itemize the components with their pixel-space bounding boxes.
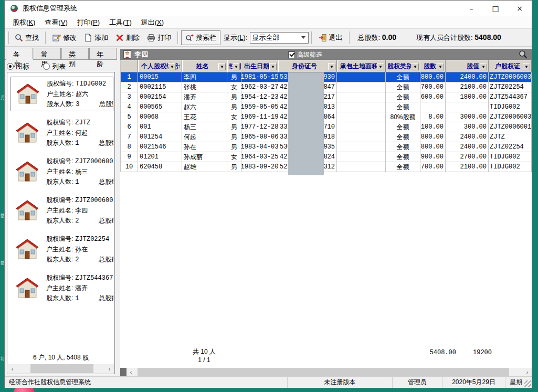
sidebar-tab[interactable]: 常用 <box>34 48 61 59</box>
filter-icon[interactable]: ▼ <box>328 63 335 70</box>
column-header-land-area[interactable]: 承包土地面积▼ <box>337 60 386 72</box>
household-list-item[interactable]: 股权编号:ZJTZ0006001 户主姓名:杨三 股东人数:1总股数 <box>10 154 113 189</box>
total-shares-stat: 总股数: 0.00 <box>358 33 397 43</box>
household-info: 股权编号:ZJTZ02254 户主姓名:孙在 股东人数:2总股数 <box>46 234 113 265</box>
table-row[interactable]: 1 00015 李四 男 1981-05-15 532221930 全额 800… <box>120 72 532 82</box>
filter-icon[interactable]: ▼ <box>168 63 176 70</box>
filter-icon[interactable]: ▼ <box>412 63 419 70</box>
table-row[interactable]: 8 0021546 孙在 男 1983-04-03 530321935 全额 8… <box>120 142 532 152</box>
column-header-code[interactable]: 个人股权编号 ▼ ↑ <box>138 60 182 72</box>
menu-item[interactable]: 打印(P) <box>72 16 104 29</box>
close-button[interactable]: × <box>508 1 532 16</box>
filter-icon[interactable]: ▼ <box>523 63 530 70</box>
maximize-button[interactable]: □ <box>483 1 508 16</box>
column-header-name[interactable]: 姓名▼ <box>182 60 227 72</box>
house-icon <box>15 160 40 183</box>
sidebar-tab[interactable]: 类别 <box>61 48 89 59</box>
display-select-value: 显示全部 <box>250 33 299 43</box>
desktop-background: 月 数 数 社 股权信息管理系统 – □ × 股权(K) 查看(V) <box>0 0 538 392</box>
scroll-right-icon[interactable]: › <box>523 368 532 377</box>
other-total: 19200 <box>473 349 510 356</box>
scroll-left-icon[interactable]: ‹ <box>8 364 17 373</box>
view-icon-radio[interactable]: 图标 <box>7 62 29 71</box>
menu-bar: 股权(K) 查看(V) 打印(P) 工具(T) 退出(X) <box>5 16 532 28</box>
sidebar: 各户 常用 类别 年龄 图标 列表 <box>5 47 117 377</box>
minimize-button[interactable]: – <box>459 1 483 16</box>
menu-item[interactable]: 退出(X) <box>136 16 168 29</box>
add-button[interactable]: 添加 <box>80 31 112 45</box>
toolbar-separator <box>349 31 350 44</box>
magnifier-icon[interactable] <box>519 50 528 59</box>
column-header-id-number[interactable]: 身份证号▼ <box>278 60 337 72</box>
view-mode-bar: 图标 列表 <box>7 61 66 72</box>
sidebar-tabs: 各户 常用 类别 年龄 <box>5 48 117 60</box>
table-row[interactable]: 5 00068 王花 女 1969-11-19 421122864 80%股额 … <box>120 112 532 122</box>
table-row[interactable]: 2 0002115 张桃 女 1962-03-27 421122847 全额 7… <box>120 82 532 92</box>
filter-icon[interactable]: ▼ <box>233 63 240 70</box>
toolbar-separator <box>177 31 178 44</box>
filter-icon[interactable]: ▼ <box>377 63 384 70</box>
delete-button[interactable]: 删除 <box>112 31 143 45</box>
searchbar-toggle-button[interactable]: 搜索栏 <box>181 30 220 45</box>
toolbar-separator <box>311 31 312 44</box>
sidebar-tab[interactable]: 各户 <box>6 48 33 59</box>
toolbar-separator <box>45 31 46 44</box>
share-value-total: 5408.00 <box>393 349 456 356</box>
table-horizontal-scrollbar[interactable]: ‹ › <box>120 368 532 376</box>
menu-item[interactable]: 工具(T) <box>104 16 136 29</box>
advanced-filter[interactable]: 高级筛选 <box>288 50 322 59</box>
column-header-equity-type[interactable]: 股权类别▼ <box>386 60 420 72</box>
modify-button[interactable]: 修改 <box>49 31 80 45</box>
chevron-down-icon[interactable] <box>299 33 308 43</box>
house-icon <box>15 121 40 144</box>
column-header-shares[interactable]: 股数▼ <box>420 60 446 72</box>
delete-x-icon <box>115 34 124 42</box>
table-row[interactable]: 9 01201 孙成丽 女 1964-03-25 421122824 全额 90… <box>120 152 532 162</box>
filter-icon[interactable]: ▼ <box>480 63 487 70</box>
menu-item[interactable]: 查看(V) <box>40 16 72 29</box>
household-list-item[interactable]: 股权编号:ZJTZ544367 户主姓名:潘齐 股东人数:1总股数 <box>10 271 113 305</box>
table-row[interactable]: 7 001254 何起 男 1965-08-06 332622918 全额 80… <box>120 132 532 142</box>
filter-icon[interactable]: ▼ <box>218 63 226 70</box>
search-icon <box>15 34 23 42</box>
radio-icon <box>7 63 14 70</box>
resize-grip[interactable] <box>524 380 531 387</box>
status-date: 2020年5月29日 <box>442 377 505 388</box>
column-header-cert[interactable]: 户股权证▼ <box>489 60 532 72</box>
current-people-shares-stat: 现有人员合计股数: 5408.00 <box>416 33 501 43</box>
column-header-share-value[interactable]: 股值▼ <box>446 60 489 72</box>
filter-icon[interactable]: ▼ <box>437 63 444 70</box>
view-list-radio[interactable]: 列表 <box>43 62 66 71</box>
column-header-sex[interactable]: 性别▼ <box>227 60 241 72</box>
menu-item[interactable]: 股权(K) <box>8 16 40 29</box>
column-header-birthdate[interactable]: 出生日期▼ <box>241 60 278 72</box>
find-button[interactable]: 查找 <box>11 31 43 45</box>
filter-icon[interactable]: ▼ <box>269 63 277 70</box>
window-title: 股权信息管理系统 <box>23 4 77 13</box>
display-select[interactable]: 显示全部 <box>250 32 309 44</box>
record-header-bar: 李四 高级筛选 <box>120 49 532 60</box>
scroll-right-icon[interactable]: › <box>105 364 114 373</box>
household-list-item[interactable]: 股权编号:ZJTZ0006003 户主姓名:李四 股东人数:2总股数 <box>10 193 113 228</box>
record-count-summary: 共 10 人 1 / 1 <box>152 347 257 364</box>
main-panel: 李四 高级筛选 个人股权编号 ▼ ↑ 姓名▼ 性别▼ 出生日期▼ 身份证号▼ 承 <box>120 47 532 377</box>
checkbox-icon[interactable] <box>288 51 295 58</box>
house-icon <box>15 238 40 261</box>
table-row[interactable]: 3 0002154 潘齐 男 1954-12-23 421123217 全额 6… <box>120 92 532 102</box>
household-list-item[interactable]: 股权编号:ZJTZ 户主姓名:何起 股东人数:1总股数 <box>10 115 113 150</box>
sidebar-horizontal-scrollbar[interactable]: ‹ › <box>8 364 114 373</box>
scrollbar-thumb[interactable] <box>30 364 93 373</box>
display-label: 显示(L): <box>224 33 248 43</box>
household-list-item[interactable]: 股权编号:ZJTZ02254 户主姓名:孙在 股东人数:2总股数 <box>10 232 113 267</box>
scroll-left-icon[interactable]: ‹ <box>126 368 135 377</box>
sidebar-tab[interactable]: 年龄 <box>89 48 117 59</box>
print-button[interactable]: 打印 <box>143 31 175 45</box>
table-row[interactable]: 10 620458 赵雄 男 1983-09-20 522321312 全额 7… <box>120 162 532 172</box>
exit-button[interactable]: 退出 <box>315 31 346 45</box>
table-row[interactable]: 6 001 杨三 男 1977-12-28 332604710 全额 100.0… <box>120 122 532 132</box>
toolbar-grip[interactable] <box>6 31 9 44</box>
table-row[interactable]: 4 000565 赵六 男 1959-05-05 421120013 全额 TI… <box>120 102 532 112</box>
scrollbar-thumb[interactable] <box>138 368 509 376</box>
household-list-item[interactable]: 股权编号:TIDJG002 户主姓名:赵六 股东人数:3总股数 <box>10 77 113 111</box>
household-info: 股权编号:ZJTZ 户主姓名:何起 股东人数:1总股数 <box>46 118 113 149</box>
